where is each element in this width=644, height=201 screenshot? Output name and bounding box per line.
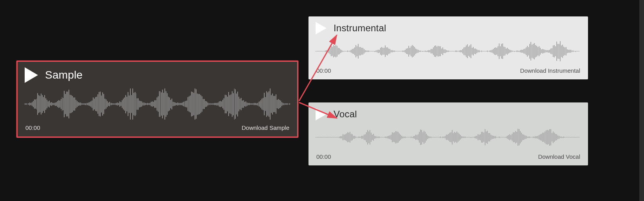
vocal-waveform[interactable] (308, 124, 588, 151)
instrumental-title: Instrumental (334, 23, 386, 34)
instrumental-card: Instrumental 00:00 Download Instrumental (308, 16, 588, 79)
sample-download-link[interactable]: Download Sample (242, 124, 289, 131)
play-icon[interactable] (25, 67, 38, 83)
vocal-download-link[interactable]: Download Vocal (538, 153, 580, 160)
play-icon[interactable] (316, 22, 327, 34)
instrumental-download-link[interactable]: Download Instrumental (520, 67, 580, 74)
play-icon[interactable] (316, 108, 327, 120)
sample-footer: 00:00 Download Sample (18, 122, 297, 136)
sample-card: Sample 00:00 Download Sample (16, 61, 298, 138)
vocal-time: 00:00 (316, 153, 331, 160)
instrumental-footer: 00:00 Download Instrumental (308, 65, 588, 79)
vocal-card: Vocal 00:00 Download Vocal (308, 102, 588, 165)
vocal-header: Vocal (308, 102, 588, 124)
sample-title: Sample (45, 69, 83, 81)
sample-waveform[interactable] (18, 86, 297, 122)
instrumental-time: 00:00 (316, 67, 331, 74)
right-edge-strip (639, 0, 644, 201)
sample-header: Sample (18, 62, 297, 86)
vocal-title: Vocal (334, 109, 357, 120)
instrumental-header: Instrumental (308, 16, 588, 38)
vocal-footer: 00:00 Download Vocal (308, 151, 588, 165)
instrumental-waveform[interactable] (308, 38, 588, 65)
sample-time: 00:00 (25, 124, 40, 131)
stage: Sample 00:00 Download Sample Instrumenta… (0, 0, 644, 201)
